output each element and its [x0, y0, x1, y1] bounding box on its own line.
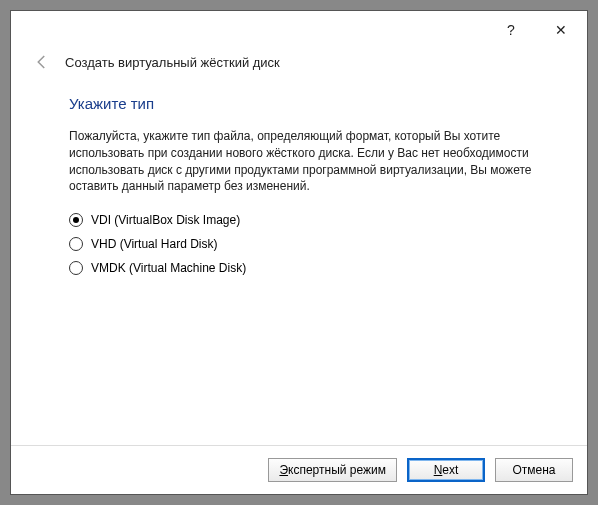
section-title: Укажите тип — [69, 95, 537, 112]
disk-type-radio-group: VDI (VirtualBox Disk Image) VHD (Virtual… — [69, 213, 537, 275]
radio-label: VDI (VirtualBox Disk Image) — [91, 213, 240, 227]
radio-option-vmdk[interactable]: VMDK (Virtual Machine Disk) — [69, 261, 537, 275]
wizard-dialog: ? ✕ Создать виртуальный жёсткий диск Ука… — [10, 10, 588, 495]
radio-option-vhd[interactable]: VHD (Virtual Hard Disk) — [69, 237, 537, 251]
help-button[interactable]: ? — [491, 15, 531, 45]
back-button[interactable] — [33, 53, 51, 71]
wizard-header: Создать виртуальный жёсткий диск — [11, 49, 587, 81]
wizard-title: Создать виртуальный жёсткий диск — [65, 55, 280, 70]
btn-text: Отмена — [512, 463, 555, 477]
arrow-left-icon — [33, 53, 51, 71]
radio-label: VHD (Virtual Hard Disk) — [91, 237, 217, 251]
close-icon: ✕ — [555, 22, 567, 38]
radio-option-vdi[interactable]: VDI (VirtualBox Disk Image) — [69, 213, 537, 227]
expert-mode-button[interactable]: Экспертный режим — [268, 458, 397, 482]
help-icon: ? — [507, 22, 515, 38]
wizard-footer: Экспертный режим Next Отмена — [11, 445, 587, 494]
close-button[interactable]: ✕ — [541, 15, 581, 45]
description-text: Пожалуйста, укажите тип файла, определяю… — [69, 128, 537, 195]
btn-text: кспертный режим — [288, 463, 386, 477]
radio-icon — [69, 237, 83, 251]
radio-icon — [69, 261, 83, 275]
radio-label: VMDK (Virtual Machine Disk) — [91, 261, 246, 275]
radio-icon — [69, 213, 83, 227]
wizard-content: Укажите тип Пожалуйста, укажите тип файл… — [11, 81, 587, 445]
mnemonic: Э — [279, 463, 288, 477]
cancel-button[interactable]: Отмена — [495, 458, 573, 482]
next-button[interactable]: Next — [407, 458, 485, 482]
titlebar: ? ✕ — [11, 11, 587, 49]
btn-text: ext — [442, 463, 458, 477]
